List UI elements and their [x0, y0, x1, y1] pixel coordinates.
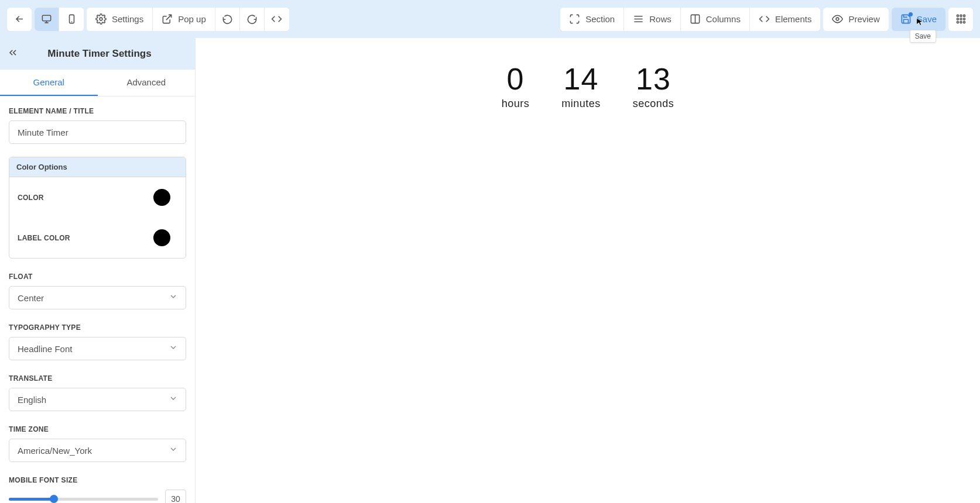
panel-content: ELEMENT NAME / TITLE Color Options COLOR…	[0, 97, 195, 503]
settings-label: Settings	[112, 14, 143, 24]
svg-point-8	[957, 18, 958, 20]
popup-button[interactable]: Pop up	[153, 8, 215, 31]
preview-button[interactable]: Preview	[823, 8, 888, 31]
desktop-icon	[41, 13, 52, 25]
mobile-view-button[interactable]	[59, 8, 84, 31]
sidebar-tabs: General Advanced	[0, 70, 195, 97]
preview-label: Preview	[848, 14, 879, 24]
svg-point-5	[957, 15, 958, 16]
tab-advanced[interactable]: Advanced	[98, 70, 196, 96]
mobile-font-label: MOBILE FONT SIZE	[9, 476, 186, 484]
save-label: Save	[917, 14, 937, 24]
hours-value: 0	[502, 61, 530, 97]
sidebar-title: Minute Timer Settings	[26, 48, 188, 60]
tab-general[interactable]: General	[0, 70, 98, 96]
collapse-button[interactable]	[7, 47, 19, 61]
mobile-font-slider[interactable]	[9, 498, 158, 501]
timezone-select[interactable]	[9, 439, 186, 462]
code-button[interactable]	[265, 8, 289, 31]
sidebar-header: Minute Timer Settings	[0, 38, 195, 70]
top-toolbar: Settings Pop up Section Rows Columns	[0, 0, 980, 38]
save-button[interactable]: Save	[892, 8, 945, 31]
svg-rect-0	[42, 15, 50, 21]
label-color-swatch[interactable]	[153, 229, 170, 246]
svg-point-11	[957, 21, 958, 23]
arrow-left-icon	[14, 13, 25, 25]
timer-hours: 0 hours	[502, 61, 530, 503]
translate-label: TRANSLATE	[9, 374, 186, 383]
elements-button[interactable]: Elements	[750, 8, 821, 31]
columns-icon	[690, 13, 701, 25]
color-row: COLOR	[9, 177, 186, 218]
color-swatch[interactable]	[153, 189, 170, 206]
columns-button[interactable]: Columns	[681, 8, 750, 31]
redo-icon	[246, 13, 258, 25]
mobile-font-value[interactable]: 30	[165, 490, 186, 503]
svg-point-12	[960, 21, 961, 23]
settings-popup-group: Settings Pop up	[87, 8, 289, 31]
canvas[interactable]: 0 hours 14 minutes 13 seconds	[196, 38, 980, 503]
minutes-value: 14	[561, 61, 601, 97]
minutes-label: minutes	[561, 98, 601, 110]
section-button[interactable]: Section	[560, 8, 624, 31]
color-label: COLOR	[18, 194, 44, 202]
rows-icon	[633, 13, 644, 25]
translate-select[interactable]	[9, 388, 186, 411]
settings-sidebar: Minute Timer Settings General Advanced E…	[0, 38, 196, 503]
element-name-label: ELEMENT NAME / TITLE	[9, 107, 186, 115]
typography-label: TYPOGRAPHY TYPE	[9, 323, 186, 332]
mobile-icon	[66, 13, 77, 25]
svg-point-9	[960, 18, 961, 20]
hours-label: hours	[502, 98, 530, 110]
timer-element[interactable]: 0 hours 14 minutes 13 seconds	[502, 61, 674, 503]
timezone-label: TIME ZONE	[9, 425, 186, 433]
eye-icon	[832, 13, 843, 25]
seconds-label: seconds	[633, 98, 674, 110]
undo-button[interactable]	[215, 8, 240, 31]
typography-select[interactable]	[9, 337, 186, 360]
svg-point-4	[837, 18, 839, 20]
apps-button[interactable]	[948, 8, 973, 31]
section-label: Section	[585, 14, 615, 24]
svg-point-2	[100, 18, 102, 20]
seconds-value: 13	[633, 61, 674, 97]
elements-icon	[759, 13, 770, 25]
color-options-box: Color Options COLOR LABEL COLOR	[9, 157, 186, 259]
redo-button[interactable]	[240, 8, 265, 31]
code-icon	[271, 13, 282, 25]
svg-point-10	[963, 18, 965, 20]
section-icon	[569, 13, 580, 25]
timer-minutes: 14 minutes	[561, 61, 601, 503]
unsaved-indicator	[909, 12, 913, 16]
label-color-row: LABEL COLOR	[9, 218, 186, 258]
chevrons-left-icon	[7, 47, 19, 58]
settings-icon	[95, 13, 107, 25]
popup-label: Pop up	[178, 14, 206, 24]
columns-label: Columns	[706, 14, 741, 24]
rows-button[interactable]: Rows	[624, 8, 681, 31]
float-label: FLOAT	[9, 273, 186, 281]
desktop-view-button[interactable]	[35, 8, 59, 31]
svg-point-13	[963, 21, 965, 23]
save-tooltip: Save	[910, 30, 936, 43]
settings-button[interactable]: Settings	[87, 8, 153, 31]
svg-point-6	[960, 15, 961, 16]
rows-label: Rows	[649, 14, 671, 24]
popup-icon	[162, 13, 173, 25]
layout-group: Section Rows Columns Elements	[560, 8, 820, 31]
label-color-label: LABEL COLOR	[18, 234, 70, 242]
device-toggle-group	[35, 8, 84, 31]
color-options-header: Color Options	[9, 157, 186, 177]
timer-seconds: 13 seconds	[633, 61, 674, 503]
elements-label: Elements	[775, 14, 812, 24]
float-select[interactable]	[9, 286, 186, 309]
undo-icon	[222, 13, 233, 25]
svg-point-7	[963, 15, 965, 16]
grid-icon	[955, 13, 967, 25]
element-name-input[interactable]	[9, 120, 186, 144]
back-button[interactable]	[7, 8, 32, 31]
